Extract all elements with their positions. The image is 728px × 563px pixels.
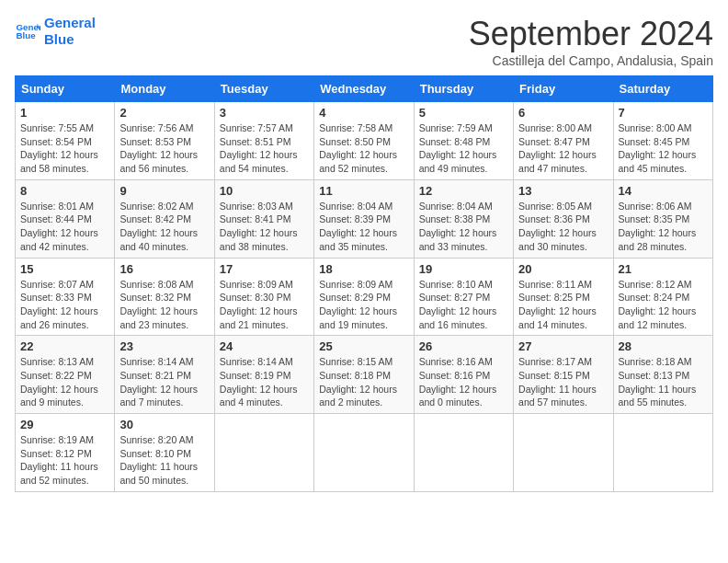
day-info: Sunrise: 8:09 AM Sunset: 8:29 PM Dayligh… bbox=[319, 278, 408, 332]
day-number: 11 bbox=[319, 184, 408, 198]
calendar-cell: 13Sunrise: 8:05 AM Sunset: 8:36 PM Dayli… bbox=[514, 179, 613, 258]
column-header-friday: Friday bbox=[514, 76, 613, 102]
day-info: Sunrise: 7:59 AM Sunset: 8:48 PM Dayligh… bbox=[419, 121, 508, 176]
column-header-saturday: Saturday bbox=[613, 76, 712, 102]
calendar-cell: 15Sunrise: 8:07 AM Sunset: 8:33 PM Dayli… bbox=[16, 258, 115, 336]
calendar-subtitle: Castilleja del Campo, Andalusia, Spain bbox=[469, 53, 713, 68]
column-header-tuesday: Tuesday bbox=[214, 76, 313, 102]
day-number: 22 bbox=[20, 339, 109, 353]
day-number: 19 bbox=[419, 262, 508, 276]
day-number: 16 bbox=[119, 262, 209, 276]
day-number: 17 bbox=[220, 262, 309, 276]
day-info: Sunrise: 8:15 AM Sunset: 8:18 PM Dayligh… bbox=[319, 355, 408, 409]
title-section: September 2024 Castilleja del Campo, And… bbox=[469, 15, 713, 68]
calendar-cell: 7Sunrise: 8:00 AM Sunset: 8:45 PM Daylig… bbox=[613, 102, 712, 180]
day-number: 25 bbox=[319, 339, 408, 353]
day-info: Sunrise: 8:02 AM Sunset: 8:42 PM Dayligh… bbox=[119, 200, 209, 254]
day-info: Sunrise: 8:01 AM Sunset: 8:44 PM Dayligh… bbox=[20, 200, 109, 254]
calendar-cell: 21Sunrise: 8:12 AM Sunset: 8:24 PM Dayli… bbox=[613, 258, 712, 336]
calendar-cell: 10Sunrise: 8:03 AM Sunset: 8:41 PM Dayli… bbox=[214, 179, 313, 258]
day-number: 28 bbox=[619, 339, 708, 353]
day-info: Sunrise: 8:03 AM Sunset: 8:41 PM Dayligh… bbox=[220, 200, 309, 254]
calendar-cell bbox=[314, 414, 414, 492]
calendar-cell bbox=[514, 414, 613, 492]
week-row-1: 1Sunrise: 7:55 AM Sunset: 8:54 PM Daylig… bbox=[16, 102, 713, 180]
day-number: 8 bbox=[20, 184, 109, 198]
day-info: Sunrise: 8:07 AM Sunset: 8:33 PM Dayligh… bbox=[20, 278, 109, 332]
day-info: Sunrise: 8:09 AM Sunset: 8:30 PM Dayligh… bbox=[220, 278, 309, 332]
calendar-cell: 9Sunrise: 8:02 AM Sunset: 8:42 PM Daylig… bbox=[115, 179, 214, 258]
page-header: General Blue General Blue September 2024… bbox=[15, 15, 713, 68]
header-row: SundayMondayTuesdayWednesdayThursdayFrid… bbox=[16, 76, 713, 102]
day-number: 30 bbox=[119, 418, 209, 431]
day-info: Sunrise: 8:12 AM Sunset: 8:24 PM Dayligh… bbox=[619, 278, 708, 332]
day-info: Sunrise: 8:08 AM Sunset: 8:32 PM Dayligh… bbox=[119, 278, 209, 332]
calendar-cell: 16Sunrise: 8:08 AM Sunset: 8:32 PM Dayli… bbox=[115, 258, 214, 336]
calendar-cell: 3Sunrise: 7:57 AM Sunset: 8:51 PM Daylig… bbox=[214, 102, 313, 180]
day-number: 3 bbox=[220, 106, 309, 120]
calendar-cell: 26Sunrise: 8:16 AM Sunset: 8:16 PM Dayli… bbox=[414, 336, 513, 414]
calendar-cell: 18Sunrise: 8:09 AM Sunset: 8:29 PM Dayli… bbox=[314, 258, 414, 336]
day-number: 7 bbox=[619, 106, 708, 120]
day-number: 10 bbox=[220, 184, 309, 198]
day-number: 23 bbox=[119, 339, 209, 353]
day-number: 15 bbox=[20, 262, 109, 276]
calendar-cell: 4Sunrise: 7:58 AM Sunset: 8:50 PM Daylig… bbox=[314, 102, 414, 180]
calendar-cell: 19Sunrise: 8:10 AM Sunset: 8:27 PM Dayli… bbox=[414, 258, 513, 336]
calendar-cell: 24Sunrise: 8:14 AM Sunset: 8:19 PM Dayli… bbox=[214, 336, 313, 414]
day-info: Sunrise: 8:14 AM Sunset: 8:19 PM Dayligh… bbox=[220, 355, 309, 409]
calendar-cell: 25Sunrise: 8:15 AM Sunset: 8:18 PM Dayli… bbox=[314, 336, 414, 414]
calendar-cell: 12Sunrise: 8:04 AM Sunset: 8:38 PM Dayli… bbox=[414, 179, 513, 258]
column-header-wednesday: Wednesday bbox=[314, 76, 414, 102]
calendar-cell bbox=[214, 414, 313, 492]
column-header-monday: Monday bbox=[115, 76, 214, 102]
day-number: 1 bbox=[20, 106, 109, 120]
day-number: 18 bbox=[319, 262, 408, 276]
week-row-4: 22Sunrise: 8:13 AM Sunset: 8:22 PM Dayli… bbox=[16, 336, 713, 414]
day-info: Sunrise: 7:57 AM Sunset: 8:51 PM Dayligh… bbox=[220, 121, 309, 176]
calendar-cell bbox=[613, 414, 712, 492]
calendar-cell: 22Sunrise: 8:13 AM Sunset: 8:22 PM Dayli… bbox=[16, 336, 115, 414]
day-info: Sunrise: 8:20 AM Sunset: 8:10 PM Dayligh… bbox=[119, 433, 209, 488]
day-number: 13 bbox=[518, 184, 608, 198]
column-header-sunday: Sunday bbox=[16, 76, 115, 102]
calendar-cell: 29Sunrise: 8:19 AM Sunset: 8:12 PM Dayli… bbox=[16, 414, 115, 492]
day-number: 2 bbox=[119, 106, 209, 120]
logo-icon: General Blue bbox=[15, 18, 40, 44]
calendar-table: SundayMondayTuesdayWednesdayThursdayFrid… bbox=[15, 75, 713, 492]
day-info: Sunrise: 8:14 AM Sunset: 8:21 PM Dayligh… bbox=[119, 355, 209, 409]
day-info: Sunrise: 8:16 AM Sunset: 8:16 PM Dayligh… bbox=[419, 355, 508, 409]
calendar-cell: 8Sunrise: 8:01 AM Sunset: 8:44 PM Daylig… bbox=[16, 179, 115, 258]
calendar-cell: 20Sunrise: 8:11 AM Sunset: 8:25 PM Dayli… bbox=[514, 258, 613, 336]
logo: General Blue General Blue bbox=[15, 15, 96, 48]
day-number: 9 bbox=[119, 184, 209, 198]
calendar-cell: 2Sunrise: 7:56 AM Sunset: 8:53 PM Daylig… bbox=[115, 102, 214, 180]
day-number: 4 bbox=[319, 106, 408, 120]
calendar-cell: 30Sunrise: 8:20 AM Sunset: 8:10 PM Dayli… bbox=[115, 414, 214, 492]
day-info: Sunrise: 7:56 AM Sunset: 8:53 PM Dayligh… bbox=[119, 121, 209, 176]
day-number: 12 bbox=[419, 184, 508, 198]
day-info: Sunrise: 8:13 AM Sunset: 8:22 PM Dayligh… bbox=[20, 355, 109, 409]
day-info: Sunrise: 8:05 AM Sunset: 8:36 PM Dayligh… bbox=[518, 200, 608, 254]
day-info: Sunrise: 8:06 AM Sunset: 8:35 PM Dayligh… bbox=[619, 200, 708, 254]
day-info: Sunrise: 8:00 AM Sunset: 8:47 PM Dayligh… bbox=[518, 121, 608, 176]
day-number: 24 bbox=[220, 339, 309, 353]
day-info: Sunrise: 8:18 AM Sunset: 8:13 PM Dayligh… bbox=[619, 355, 708, 409]
week-row-5: 29Sunrise: 8:19 AM Sunset: 8:12 PM Dayli… bbox=[16, 414, 713, 492]
calendar-title: September 2024 bbox=[469, 15, 713, 53]
calendar-cell: 17Sunrise: 8:09 AM Sunset: 8:30 PM Dayli… bbox=[214, 258, 313, 336]
column-header-thursday: Thursday bbox=[414, 76, 513, 102]
day-info: Sunrise: 8:04 AM Sunset: 8:38 PM Dayligh… bbox=[419, 200, 508, 254]
calendar-cell: 5Sunrise: 7:59 AM Sunset: 8:48 PM Daylig… bbox=[414, 102, 513, 180]
calendar-cell: 14Sunrise: 8:06 AM Sunset: 8:35 PM Dayli… bbox=[613, 179, 712, 258]
logo-text: General Blue bbox=[44, 15, 96, 48]
calendar-cell: 1Sunrise: 7:55 AM Sunset: 8:54 PM Daylig… bbox=[16, 102, 115, 180]
day-number: 21 bbox=[619, 262, 708, 276]
day-info: Sunrise: 8:19 AM Sunset: 8:12 PM Dayligh… bbox=[20, 433, 109, 488]
calendar-cell bbox=[414, 414, 513, 492]
week-row-2: 8Sunrise: 8:01 AM Sunset: 8:44 PM Daylig… bbox=[16, 179, 713, 258]
day-number: 20 bbox=[518, 262, 608, 276]
day-info: Sunrise: 8:11 AM Sunset: 8:25 PM Dayligh… bbox=[518, 278, 608, 332]
svg-text:Blue: Blue bbox=[16, 30, 36, 40]
day-number: 6 bbox=[518, 106, 608, 120]
